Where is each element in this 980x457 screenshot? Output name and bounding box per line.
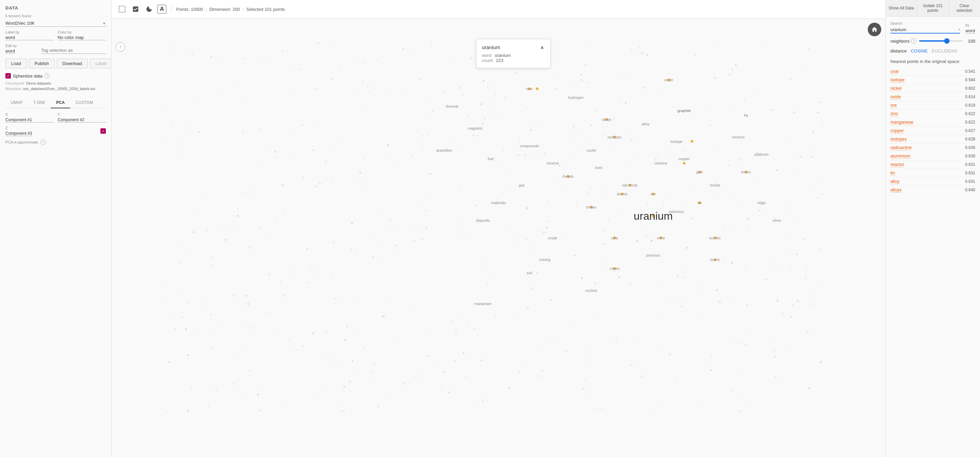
sphereize-help-icon[interactable]: ? [44, 73, 50, 78]
home-button[interactable] [868, 23, 881, 36]
tab-tsne[interactable]: T-SNE [28, 97, 51, 108]
nearest-word[interactable]: reactor [890, 162, 904, 167]
tab-pca[interactable]: PCA [51, 97, 70, 108]
load-button[interactable]: Load [5, 59, 27, 69]
nearest-score: 0.630 [965, 154, 975, 158]
search-row: Search * by word [890, 21, 975, 34]
nearest-score: 0.622 [965, 120, 975, 125]
nearest-word[interactable]: radioactive [890, 145, 912, 150]
viz-help-icon[interactable]: ? [116, 42, 125, 52]
nearest-word[interactable]: oxide [890, 94, 901, 99]
tooltip-close[interactable]: ▲ [539, 44, 545, 50]
night-mode-icon[interactable] [144, 4, 154, 14]
word-label: mineral [546, 161, 558, 165]
nearest-word[interactable]: isotope [890, 77, 905, 83]
cosine-distance[interactable]: COSINE [911, 48, 928, 53]
word-label: platinum [754, 152, 768, 157]
tab-custom[interactable]: CUSTOM [70, 97, 99, 108]
word-label: neutron [732, 135, 745, 139]
tooltip-count-row: count 223 [482, 58, 545, 63]
right-panel: Show All Data Isolate 101 points Clear s… [885, 0, 980, 457]
word-label: compounds [520, 144, 539, 148]
word-label: alloys [602, 117, 611, 121]
x-axis-label: X [5, 112, 54, 117]
word-label: deposits [476, 218, 490, 222]
selection-rect-icon[interactable] [117, 4, 127, 14]
word-label: nuclei [586, 148, 596, 152]
nearest-word[interactable]: zinc [890, 111, 898, 117]
tooltip-card: uranium ▲ word uranium count 223 [476, 39, 550, 68]
y-axis-select[interactable]: Component #2 [58, 117, 106, 123]
word-label: fuel [488, 157, 494, 161]
euclidean-distance[interactable]: EUCLIDEAN [932, 48, 957, 53]
word-label: precious [646, 253, 660, 257]
checkpoint-label: Checkpoint: [5, 81, 25, 85]
nearest-word[interactable]: alloy [890, 179, 899, 184]
word-label: coal [611, 236, 618, 240]
edit-by-select[interactable]: word [5, 48, 15, 54]
tooltip-title: uranium [482, 44, 500, 50]
nearest-score: 0.627 [965, 128, 975, 133]
tag-selection-input[interactable] [41, 47, 106, 54]
sphereize-checkbox[interactable] [5, 73, 11, 78]
svg-rect-0 [119, 6, 125, 12]
nearest-score: 0.631 [965, 171, 975, 175]
word-label: mining [539, 257, 550, 262]
z-axis-select[interactable]: Component #3 [5, 131, 32, 136]
slider-fill [919, 40, 945, 42]
checkpoint-value: Demo datasets [26, 81, 51, 85]
dataset-select[interactable]: Word2Vec 10K [5, 20, 107, 27]
word-label: timber [586, 205, 597, 209]
isolate-button[interactable]: Isolate 101 points [917, 0, 948, 16]
by-select[interactable]: word [966, 28, 975, 34]
word-label: copper [678, 157, 690, 161]
label-by-select[interactable]: word [5, 35, 54, 40]
nearest-word[interactable]: copper [890, 128, 904, 133]
pca-approx-help-icon[interactable]: ? [41, 139, 46, 145]
by-label: by [966, 23, 975, 27]
nearest-word[interactable]: manganese [890, 120, 913, 125]
label-button[interactable]: Label [90, 59, 111, 69]
nearest-word[interactable]: aluminium [890, 153, 910, 159]
selection-box-icon[interactable] [130, 4, 141, 14]
word-label: crude [548, 236, 557, 240]
nearest-item: isotopes0.628 [890, 135, 975, 144]
nearest-word[interactable]: ore [890, 102, 897, 108]
search-input-wrap: * [890, 26, 960, 34]
nearest-list: coal0.541isotope0.584nickel0.602oxide0.6… [890, 67, 975, 194]
label-toggle-icon[interactable]: A [158, 5, 166, 14]
word-label: asbestos [669, 209, 684, 214]
show-all-button[interactable]: Show All Data [886, 0, 917, 16]
word-label: soil [527, 271, 532, 275]
nearest-item: tin0.631 [890, 169, 975, 177]
clear-selection-button[interactable]: Clear selection [949, 0, 980, 16]
nearest-title: Nearest points in the original space: [890, 59, 975, 64]
word-label: graphite [677, 109, 691, 113]
distance-row: distance COSINE EUCLIDEAN [890, 48, 975, 53]
nearest-item: alloys0.640 [890, 186, 975, 194]
y-axis-label: Y [58, 112, 106, 117]
viz-area[interactable]: // Will be populated by JS below ionsoxi… [111, 19, 885, 457]
panel-title: DATA [5, 5, 106, 11]
tab-umap[interactable]: UMAP [5, 97, 28, 108]
neighbors-help-icon[interactable]: ? [911, 38, 916, 44]
color-by-select[interactable]: No color map [58, 35, 106, 40]
search-input[interactable] [890, 26, 960, 34]
word-label: atomic [617, 192, 628, 196]
nearest-item: aluminium0.630 [890, 152, 975, 160]
neighbors-slider[interactable] [919, 40, 963, 42]
word-label: metals [563, 174, 574, 178]
z-checkbox[interactable] [100, 128, 106, 134]
nearest-word[interactable]: nickel [890, 86, 902, 91]
download-button[interactable]: Download [57, 59, 88, 69]
nearest-word[interactable]: alloys [890, 187, 902, 193]
word-label: bombs [710, 236, 721, 240]
left-panel: DATA 5 tensors found Word2Vec 10K ▼ Labe… [0, 0, 111, 457]
publish-button[interactable]: Publish [29, 59, 55, 69]
neighbors-row: neighbors ? 100 [890, 38, 975, 44]
nearest-word[interactable]: tin [890, 170, 895, 176]
x-axis-select[interactable]: Component #1 [5, 117, 54, 123]
nearest-word[interactable]: isotopes [890, 136, 907, 142]
nearest-score: 0.628 [965, 137, 975, 142]
nearest-word[interactable]: coal [890, 69, 899, 74]
